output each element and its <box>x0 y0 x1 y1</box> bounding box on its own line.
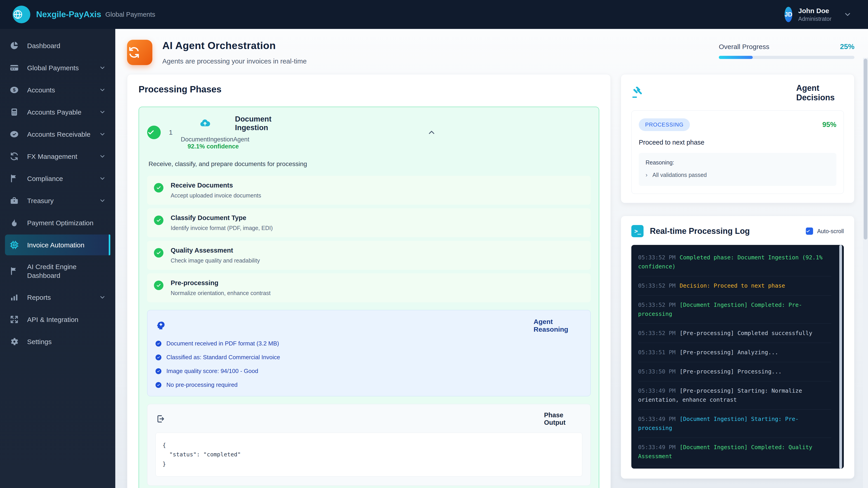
chevron-down-icon[interactable] <box>99 294 106 301</box>
reasoning-label: Reasoning: <box>646 159 830 166</box>
log-terminal[interactable]: 05:33:52 PMCompleted phase: Document Ing… <box>631 245 844 468</box>
brand-suffix: Global Payments <box>105 11 155 18</box>
chevron-down-icon[interactable] <box>99 153 106 160</box>
log-entry: 05:33:52 PM[Document Ingestion] Complete… <box>638 295 831 324</box>
sidebar-item-label: API & Integration <box>27 315 79 324</box>
flame-icon <box>9 218 19 228</box>
bullet-chevron-icon: › <box>646 172 647 178</box>
log-entry: 05:33:52 PMCompleted phase: Document Ing… <box>638 248 831 276</box>
sidebar-item-settings[interactable]: Settings <box>5 331 110 352</box>
log-timestamp: 05:33:50 PM <box>638 368 676 375</box>
briefcase-icon <box>9 196 19 205</box>
step-title: Receive Documents <box>170 182 261 189</box>
log-entry: 05:33:49 PM[Document Ingestion] Starting… <box>638 410 831 438</box>
agent-decisions-card: Agent Decisions PROCESSING 95% Proceed t… <box>621 74 855 203</box>
phase-header[interactable]: 1 Document Ingestion DocumentIngestionAg… <box>147 115 591 150</box>
sidebar-item-global-payments[interactable]: Global Payments <box>5 57 110 78</box>
sidebar-item-accounts[interactable]: $Accounts <box>5 79 110 100</box>
brain-icon <box>156 321 528 330</box>
chevron-down-icon[interactable] <box>99 131 106 138</box>
step-title: Pre-processing <box>170 279 271 287</box>
sidebar-item-payment-optimization[interactable]: Payment Optimization <box>5 213 110 233</box>
page-title: AI Agent Orchestration <box>162 40 307 52</box>
sidebar-item-ai-credit-engine-dashboard[interactable]: AI Credit Engine Dashboard <box>5 257 110 286</box>
sidebar-item-label: Settings <box>27 337 52 346</box>
sidebar-item-label: Accounts Payable <box>27 108 81 117</box>
step-check-icon <box>154 248 163 258</box>
sidebar-item-api-integration[interactable]: API & Integration <box>5 309 110 330</box>
processing-phases-card: Processing Phases 1 Document Ingestion <box>127 74 611 488</box>
decision-confidence: 95% <box>822 121 836 129</box>
chevron-down-icon[interactable] <box>99 197 106 204</box>
sidebar-item-label: Reports <box>27 293 51 302</box>
log-message: [Pre-processing] Completed successfully <box>680 330 812 336</box>
gavel-icon <box>631 87 790 99</box>
progress-bar <box>719 56 855 59</box>
step-title: Quality Assessment <box>170 247 260 254</box>
sidebar-item-accounts-receivable[interactable]: Accounts Receivable <box>5 124 110 144</box>
phases-section-title: Processing Phases <box>138 84 599 94</box>
log-timestamp: 05:33:52 PM <box>638 254 676 261</box>
chevron-down-icon[interactable] <box>99 87 106 93</box>
sidebar-item-label: Accounts <box>27 86 55 94</box>
log-entry: 05:33:49 PM[Quality Assessment] Complete… <box>638 466 831 468</box>
flag-icon <box>9 174 19 183</box>
decisions-title: Agent Decisions <box>796 84 844 102</box>
progress-value: 25% <box>840 42 855 51</box>
page-scrollbar-thumb[interactable] <box>864 59 867 239</box>
page-scrollbar[interactable] <box>863 58 868 488</box>
sidebar: DashboardGlobal Payments$AccountsAccount… <box>0 29 115 488</box>
log-timestamp: 05:33:49 PM <box>638 416 676 422</box>
check-circle-icon <box>156 341 161 347</box>
gear-icon <box>9 337 19 346</box>
phase-step: Classify Document TypeIdentify invoice f… <box>147 208 591 237</box>
sidebar-item-compliance[interactable]: Compliance <box>5 168 110 189</box>
reasoning-item: No pre-processing required <box>156 381 582 388</box>
chevron-up-icon[interactable] <box>273 128 591 137</box>
dollar-icon: $ <box>9 85 19 95</box>
sidebar-item-reports[interactable]: Reports <box>5 287 110 308</box>
phase-document-ingestion: 1 Document Ingestion DocumentIngestionAg… <box>138 107 599 488</box>
log-timestamp: 05:33:49 PM <box>638 387 676 394</box>
terminal-scrollbar[interactable] <box>839 245 842 468</box>
avatar[interactable]: JD <box>784 7 793 22</box>
chevron-down-icon[interactable] <box>99 175 106 182</box>
log-entry: 05:33:49 PM[Document Ingestion] Complete… <box>638 438 831 466</box>
agent-name: DocumentIngestionAgent <box>181 136 249 143</box>
step-title: Classify Document Type <box>170 214 273 222</box>
brand-logo <box>13 6 30 23</box>
progress-label: Overall Progress <box>719 43 769 51</box>
phase-title: Document Ingestion <box>235 115 273 132</box>
flag-icon <box>9 266 19 276</box>
sidebar-item-treasury[interactable]: Treasury <box>5 190 110 211</box>
credit-card-icon <box>9 63 19 72</box>
sidebar-item-invoice-automation[interactable]: Invoice Automation <box>5 234 110 255</box>
autoscroll-toggle[interactable]: Auto-scroll <box>806 228 844 235</box>
sidebar-item-fx-management[interactable]: FX Management <box>5 146 110 167</box>
decision-reasoning-box: Reasoning: ›All validations passed <box>639 153 836 186</box>
main-content: AI Agent Orchestration Agents are proces… <box>115 29 868 488</box>
step-check-icon <box>154 281 163 290</box>
pie-chart-icon <box>9 41 19 51</box>
sidebar-item-accounts-payable[interactable]: Accounts Payable <box>5 102 110 123</box>
bar-chart-icon <box>9 293 19 302</box>
log-entry: 05:33:50 PM[Pre-processing] Processing..… <box>638 362 831 381</box>
chevron-down-icon[interactable] <box>840 10 855 19</box>
code-content: { "status": "completed" } <box>162 441 575 468</box>
log-entry: 05:33:52 PMDecision: Proceed to next pha… <box>638 276 831 295</box>
phase-steps: Receive DocumentsAccept uploaded invoice… <box>147 176 591 302</box>
step-description: Identify invoice format (PDF, image, EDI… <box>170 225 273 231</box>
sidebar-item-dashboard[interactable]: Dashboard <box>5 35 110 56</box>
chevron-down-icon[interactable] <box>99 64 106 71</box>
page-header: AI Agent Orchestration Agents are proces… <box>127 40 855 65</box>
autoscroll-checkbox[interactable] <box>806 228 813 235</box>
svg-text:$: $ <box>13 87 16 92</box>
step-description: Accept uploaded invoice documents <box>170 192 261 199</box>
log-message: Decision: Proceed to next phase <box>680 283 785 289</box>
phase-description: Receive, classify, and prepare documents… <box>149 160 591 168</box>
log-timestamp: 05:33:52 PM <box>638 302 676 308</box>
chevron-down-icon[interactable] <box>99 109 106 116</box>
page-subtitle: Agents are processing your invoices in r… <box>162 57 307 65</box>
phase-output-box: Phase Output { "status": "completed" } <box>147 404 591 486</box>
user-menu[interactable]: JD John Doe Administrator <box>784 7 855 22</box>
